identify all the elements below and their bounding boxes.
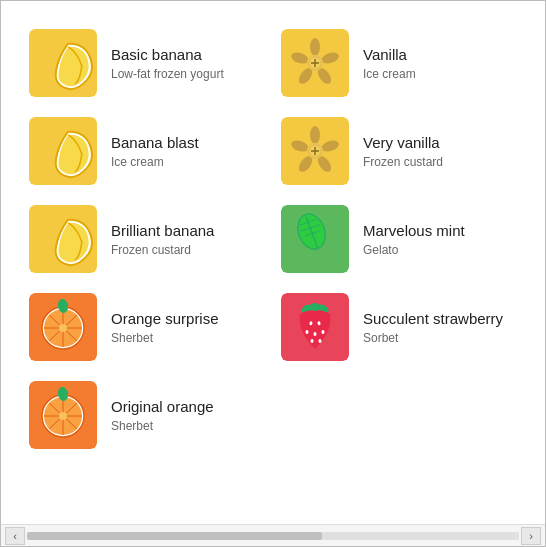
- svg-point-44: [306, 330, 309, 334]
- item-sub: Sherbet: [111, 419, 214, 433]
- item-sub: Low-fat frozen yogurt: [111, 67, 224, 81]
- scroll-track[interactable]: [27, 532, 519, 540]
- item-sub: Sherbet: [111, 331, 219, 345]
- list-item[interactable]: Brilliant banana Frozen custard: [21, 195, 273, 283]
- items-grid: Basic banana Low-fat frozen yogurt Vanil…: [21, 19, 525, 459]
- svg-point-2: [310, 38, 320, 56]
- scrollbar: ‹ ›: [1, 524, 545, 546]
- item-sub: Frozen custard: [363, 155, 443, 169]
- item-sub: Ice cream: [363, 67, 416, 81]
- orange-icon: [29, 293, 97, 361]
- item-sub: Ice cream: [111, 155, 199, 169]
- scroll-right-button[interactable]: ›: [521, 527, 541, 545]
- scroll-area: Basic banana Low-fat frozen yogurt Vanil…: [1, 1, 545, 524]
- scroll-thumb: [27, 532, 322, 540]
- svg-point-13: [310, 126, 320, 144]
- item-sub: Sorbet: [363, 331, 503, 345]
- item-name: Original orange: [111, 397, 214, 417]
- list-item[interactable]: Very vanilla Frozen custard: [273, 107, 525, 195]
- item-name: Basic banana: [111, 45, 224, 65]
- svg-point-47: [311, 339, 314, 343]
- item-name: Brilliant banana: [111, 221, 214, 241]
- item-text: Marvelous mint Gelato: [363, 221, 465, 257]
- svg-point-41: [310, 303, 320, 311]
- scroll-left-button[interactable]: ‹: [5, 527, 25, 545]
- svg-point-48: [319, 339, 322, 343]
- banana-icon: [29, 117, 97, 185]
- item-text: Vanilla Ice cream: [363, 45, 416, 81]
- list-item[interactable]: Marvelous mint Gelato: [273, 195, 525, 283]
- list-item[interactable]: Succulent strawberry Sorbet: [273, 283, 525, 371]
- item-name: Vanilla: [363, 45, 416, 65]
- orange-icon: [29, 381, 97, 449]
- vanilla-icon: [281, 117, 349, 185]
- list-item[interactable]: Basic banana Low-fat frozen yogurt: [21, 19, 273, 107]
- svg-point-36: [59, 324, 67, 332]
- item-name: Banana blast: [111, 133, 199, 153]
- item-sub: Gelato: [363, 243, 465, 257]
- item-text: Basic banana Low-fat frozen yogurt: [111, 45, 224, 81]
- item-name: Marvelous mint: [363, 221, 465, 241]
- item-text: Brilliant banana Frozen custard: [111, 221, 214, 257]
- vanilla-icon: [281, 29, 349, 97]
- item-text: Very vanilla Frozen custard: [363, 133, 443, 169]
- mint-icon: [281, 205, 349, 273]
- main-window: Basic banana Low-fat frozen yogurt Vanil…: [0, 0, 546, 547]
- svg-point-56: [59, 412, 67, 420]
- list-item[interactable]: Original orange Sherbet: [21, 371, 273, 459]
- item-text: Orange surprise Sherbet: [111, 309, 219, 345]
- item-sub: Frozen custard: [111, 243, 214, 257]
- svg-point-45: [322, 330, 325, 334]
- item-text: Banana blast Ice cream: [111, 133, 199, 169]
- item-name: Succulent strawberry: [363, 309, 503, 329]
- strawberry-icon: [281, 293, 349, 361]
- item-name: Very vanilla: [363, 133, 443, 153]
- banana-icon: [29, 205, 97, 273]
- item-name: Orange surprise: [111, 309, 219, 329]
- item-text: Original orange Sherbet: [111, 397, 214, 433]
- list-item[interactable]: Orange surprise Sherbet: [21, 283, 273, 371]
- list-item[interactable]: Vanilla Ice cream: [273, 19, 525, 107]
- list-item[interactable]: Banana blast Ice cream: [21, 107, 273, 195]
- item-text: Succulent strawberry Sorbet: [363, 309, 503, 345]
- banana-icon: [29, 29, 97, 97]
- svg-point-46: [314, 332, 317, 336]
